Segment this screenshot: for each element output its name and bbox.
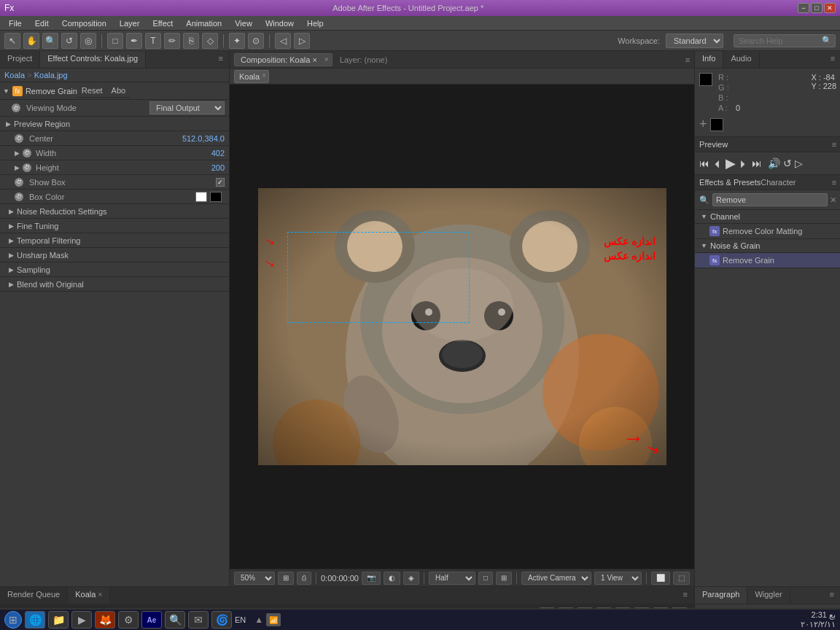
rb-options-btn[interactable]: ≡ [824, 587, 840, 604]
composition-preview[interactable]: → → اندازه عکس اندازه عکس → ↘ [258, 188, 666, 465]
character-tab[interactable]: Character [761, 178, 796, 187]
menu-help[interactable]: Help [301, 18, 330, 29]
tab-project[interactable]: Project [0, 51, 40, 68]
taskbar-ae[interactable]: Ae [141, 611, 162, 629]
prev-forward-btn[interactable]: ⏵ [739, 158, 749, 169]
fit-btn[interactable]: ⊞ [278, 572, 294, 585]
koala-tab-close[interactable]: × [98, 591, 102, 599]
motion-blur-btn[interactable]: ◈ [403, 572, 419, 585]
quality-dropdown[interactable]: Half Full Quarter [429, 572, 475, 585]
camera-btn[interactable]: 📷 [362, 572, 381, 585]
tool-rotate[interactable]: ↺ [61, 33, 77, 49]
tool-camera[interactable]: ◎ [80, 33, 96, 49]
menu-edit[interactable]: Edit [29, 18, 55, 29]
taskbar-media[interactable]: ▶ [71, 611, 92, 629]
right-panel-options[interactable]: ≡ [825, 51, 840, 68]
tool-text[interactable]: T [145, 33, 161, 49]
taskbar-firefox[interactable]: 🦊 [95, 611, 115, 629]
tab-koala-timeline[interactable]: Koala × [68, 587, 110, 604]
channel-category[interactable]: ▼ Channel [695, 210, 840, 224]
height-value[interactable]: 200 [211, 163, 225, 172]
box-color-swatch-white[interactable] [195, 192, 207, 202]
tool-clone[interactable]: ⎘ [183, 33, 199, 49]
tool-eraser[interactable]: ◇ [202, 33, 218, 49]
effects-options-btn[interactable]: ≡ [832, 178, 836, 187]
effects-search-input[interactable] [712, 193, 828, 206]
tool-select[interactable]: ↖ [4, 33, 20, 49]
taskbar-ie[interactable]: 🌐 [25, 611, 45, 629]
view-dropdown[interactable]: Active Camera [521, 572, 591, 585]
fine-tuning-header[interactable]: ▶ Fine Tuning [0, 219, 229, 233]
menu-view[interactable]: View [229, 18, 258, 29]
taskbar-sytem-icons[interactable]: ▲ [254, 615, 263, 625]
panel-options-btn[interactable]: ≡ [213, 51, 229, 68]
prev-loop-btn[interactable]: ↺ [783, 158, 792, 169]
tool-rect[interactable]: □ [107, 33, 123, 49]
menu-composition[interactable]: Composition [56, 18, 112, 29]
tl-btn[interactable]: ⬜ [651, 572, 670, 585]
preview-region-header[interactable]: ▶ Preview Region [0, 117, 229, 131]
color-btn[interactable]: ◐ [384, 572, 400, 585]
temporal-filtering-header[interactable]: ▶ Temporal Filtering [0, 233, 229, 248]
close-button[interactable]: ✕ [824, 3, 836, 13]
taskbar-explorer[interactable]: 📁 [48, 611, 69, 629]
sampling-header[interactable]: ▶ Sampling [0, 262, 229, 277]
prev-audio-btn[interactable]: 🔊 [768, 158, 780, 169]
tool-brush[interactable]: ✏ [164, 33, 180, 49]
prev-ram-btn[interactable]: ▷ [795, 158, 803, 169]
viewing-mode-dropdown[interactable]: Final Output Noise Sampler Noise [149, 101, 225, 114]
tool-roto[interactable]: ⊙ [248, 33, 264, 49]
bc-comp[interactable]: Koala [4, 71, 25, 79]
workspace-dropdown[interactable]: Standard [666, 34, 723, 48]
taskbar-search[interactable]: 🔍 [165, 611, 185, 629]
menu-effect[interactable]: Effect [147, 18, 179, 29]
menu-animation[interactable]: Animation [180, 18, 228, 29]
effects-search-clear[interactable]: × [831, 194, 836, 206]
remove-grain-item[interactable]: fx Remove Grain [695, 253, 840, 268]
prev-first-btn[interactable]: ⏮ [699, 158, 709, 169]
abo-button[interactable]: Abo [107, 84, 131, 98]
prev-play-btn[interactable]: ▶ [726, 155, 736, 171]
tool-prev[interactable]: ◁ [275, 33, 291, 49]
tool-puppet[interactable]: ✦ [229, 33, 245, 49]
remove-color-matting-item[interactable]: fx Remove Color Matting [695, 224, 840, 239]
snapshot-btn[interactable]: ⎙ [297, 572, 311, 585]
tab-info[interactable]: Info [695, 51, 723, 68]
start-btn[interactable]: ⊞ [4, 611, 22, 629]
noise-reduction-header[interactable]: ▶ Noise Reduction Settings [0, 204, 229, 219]
comp-tab-koala[interactable]: Koala × [234, 70, 269, 83]
taskbar-browser2[interactable]: 🌀 [211, 611, 232, 629]
region-btn[interactable]: □ [478, 572, 493, 585]
effect-remove-grain-header[interactable]: ▼ fx Remove Grain Reset Abo [0, 82, 229, 100]
ext-btn[interactable]: ⬚ [673, 572, 690, 585]
show-box-checkbox[interactable] [216, 178, 225, 187]
tool-hand[interactable]: ✋ [23, 33, 39, 49]
composition-tab[interactable]: Composition: Koala × [234, 53, 332, 66]
prev-last-btn[interactable]: ⏭ [752, 158, 762, 169]
add-color-btn[interactable]: + [699, 117, 707, 132]
center-value[interactable]: 512.0,384.0 [182, 134, 225, 143]
bc-file[interactable]: Koala.jpg [34, 71, 68, 79]
minimize-button[interactable]: − [798, 3, 809, 13]
maximize-button[interactable]: □ [811, 3, 822, 13]
menu-window[interactable]: Window [260, 18, 300, 29]
tool-pen[interactable]: ✒ [126, 33, 142, 49]
comp-tab-close[interactable]: × [262, 71, 266, 79]
view-count-dropdown[interactable]: 1 View 2 Views [594, 572, 642, 585]
tab-render-queue[interactable]: Render Queue [0, 587, 68, 604]
taskbar-settings[interactable]: ⚙ [118, 611, 139, 629]
tab-audio[interactable]: Audio [723, 51, 759, 68]
grid-btn[interactable]: ⊞ [496, 572, 512, 585]
tab-wiggler[interactable]: Wiggler [747, 587, 790, 604]
noise-grain-category[interactable]: ▼ Noise & Grain [695, 239, 840, 253]
search-input[interactable] [734, 34, 836, 47]
preview-options-btn[interactable]: ≡ [832, 140, 836, 149]
menu-file[interactable]: File [3, 18, 28, 29]
prev-back-btn[interactable]: ⏴ [712, 158, 723, 169]
menu-layer[interactable]: Layer [114, 18, 146, 29]
taskbar-network[interactable]: 📶 [266, 613, 281, 626]
comp-options-btn[interactable]: ≡ [685, 55, 690, 64]
tab-effect-controls[interactable]: Effect Controls: Koala.jpg [40, 51, 146, 68]
box-color-swatch-black[interactable] [210, 192, 222, 202]
taskbar-mail[interactable]: ✉ [188, 611, 209, 629]
